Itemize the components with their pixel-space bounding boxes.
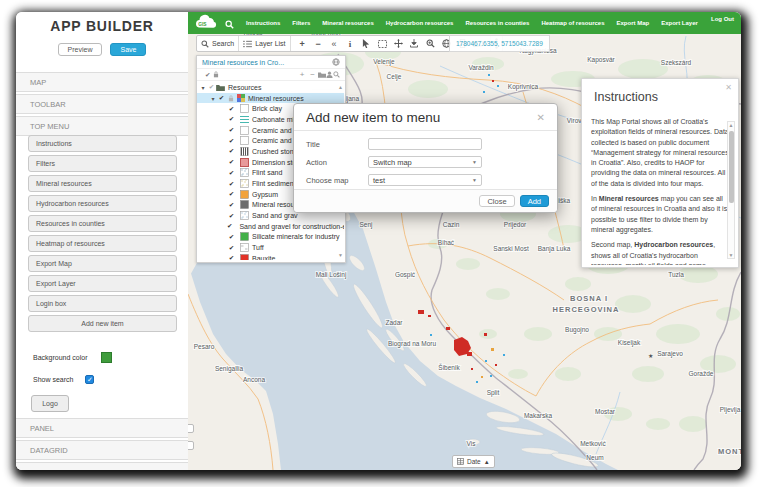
logo-button[interactable]: Logo	[31, 395, 69, 412]
action-select[interactable]: Switch map▼	[368, 156, 482, 168]
layer-visibility-checkbox[interactable]: ✔	[227, 105, 236, 113]
layer-row[interactable]: ✔Tuff	[197, 242, 344, 253]
remove-layer-icon[interactable]: −	[310, 70, 315, 79]
layer-row[interactable]: ✔Bauxite	[197, 253, 344, 260]
layer-visibility-checkbox[interactable]: ✔	[227, 212, 236, 220]
select-area-button[interactable]	[375, 36, 390, 51]
menu-item[interactable]: Heatmap of resources	[28, 235, 177, 252]
layer-group-resources[interactable]: ▾✔Resources	[197, 82, 344, 93]
zoom-in-button[interactable]: +	[295, 36, 310, 51]
save-button[interactable]: Save	[110, 43, 146, 56]
lock-icon[interactable]	[213, 71, 219, 78]
add-marker-button[interactable]	[407, 36, 422, 51]
check-all-icon[interactable]: ✔	[205, 71, 210, 79]
search-layers-icon[interactable]	[333, 71, 340, 78]
accordion-section-hidden[interactable]	[16, 462, 188, 470]
pan-button[interactable]	[391, 36, 406, 51]
zoom-out-button[interactable]: −	[311, 36, 326, 51]
accordion-section-top-menu[interactable]: TOP MENU	[16, 116, 188, 136]
info-button[interactable]: i	[343, 36, 358, 51]
close-button[interactable]: Close	[479, 195, 514, 207]
scroll-up-icon[interactable]: ▲	[729, 122, 734, 128]
select-button[interactable]	[359, 36, 374, 51]
scroll-down-icon[interactable]: ▼	[729, 252, 734, 258]
layer-visibility-checkbox[interactable]: ✔	[227, 169, 236, 177]
nav-item[interactable]: Filters	[286, 20, 316, 26]
layer-row-selected[interactable]: ▾✔Mineral resources	[197, 93, 344, 104]
nav-item[interactable]: Hydrocarbon resources	[380, 20, 460, 26]
title-input[interactable]	[368, 138, 482, 150]
layer-visibility-checkbox[interactable]: ✔	[217, 94, 226, 102]
menu-item[interactable]: Instructions	[28, 135, 177, 152]
choose-map-select[interactable]: test▼	[368, 174, 482, 186]
layer-visibility-checkbox[interactable]: ✔	[227, 180, 236, 188]
previous-extent-button[interactable]: «	[327, 36, 342, 51]
layer-row[interactable]: ✔Silicate minerals for industry	[197, 232, 344, 243]
map-label: Metković	[580, 440, 606, 447]
accordion-section-datagrid[interactable]: DATAGRID	[16, 440, 188, 460]
nav-item[interactable]: Resources in counties	[459, 20, 535, 26]
menu-item[interactable]: Resources in counties	[28, 215, 177, 232]
layer-visibility-checkbox[interactable]: ✔	[227, 222, 232, 230]
layer-visibility-checkbox[interactable]: ✔	[227, 147, 236, 155]
menu-item[interactable]: Login box	[28, 295, 177, 312]
layer-visibility-checkbox[interactable]: ✔	[227, 190, 236, 198]
datagrid-toggle[interactable]: Date ▲	[452, 455, 495, 468]
toolbar-layer-list-button[interactable]: Layer List	[239, 36, 290, 51]
nav-item[interactable]: Export Layer	[655, 20, 704, 26]
nav-item[interactable]: Export Map	[610, 20, 655, 26]
layer-visibility-checkbox[interactable]: ✔	[207, 83, 216, 91]
caret-down-icon[interactable]: ▾	[199, 84, 207, 91]
caret-down-icon[interactable]: ▾	[209, 95, 217, 102]
layer-panel-title[interactable]: Mineral resources in Cro...	[202, 59, 284, 66]
layer-visibility-checkbox[interactable]: ✔	[227, 201, 236, 209]
layer-visibility-checkbox[interactable]: ✔	[227, 244, 236, 252]
layer-visibility-checkbox[interactable]: ✔	[227, 233, 236, 241]
folder-icon[interactable]	[318, 71, 326, 78]
coordinates-readout: 1780467.6355, 5715043.7289	[449, 35, 550, 52]
toolbar-search-button[interactable]: Search	[197, 36, 239, 51]
add-new-item-button[interactable]: Add new item	[28, 315, 177, 332]
map-control-button[interactable]	[188, 441, 194, 450]
layer-visibility-checkbox[interactable]: ✔	[227, 115, 236, 123]
nav-item[interactable]: Mineral resources	[316, 20, 379, 26]
menu-item[interactable]: Hydrocarbon resources	[28, 195, 177, 212]
layer-visibility-checkbox[interactable]: ✔	[227, 254, 236, 260]
menu-item[interactable]: Export Layer	[28, 275, 177, 292]
instructions-close-icon[interactable]: ✕	[725, 83, 732, 92]
map-control-button[interactable]	[188, 424, 194, 433]
scrollbar-thumb[interactable]	[729, 131, 734, 203]
layer-style-icon	[237, 94, 245, 102]
scroll-down-icon[interactable]: ▼	[338, 252, 343, 258]
accordion-section-map[interactable]: MAP	[16, 72, 188, 92]
zoom-area-button[interactable]	[423, 36, 438, 51]
map-label: Bugojno	[565, 326, 589, 334]
map-canvas[interactable]: VillachKlagenfurtNagykanizsaKaposvárSzek…	[188, 34, 741, 470]
nav-item[interactable]: Heatmap of resources	[535, 20, 610, 26]
add-button[interactable]: Add	[520, 195, 549, 207]
layer-swatch-icon	[240, 211, 249, 220]
menu-item[interactable]: Mineral resources	[28, 175, 177, 192]
giscloud-logo-icon[interactable]: GIS	[194, 12, 218, 34]
globe-icon[interactable]	[332, 58, 340, 66]
instructions-scrollbar[interactable]	[727, 121, 735, 259]
map-label: Szekszárd	[661, 59, 692, 66]
layer-visibility-checkbox[interactable]: ✔	[227, 126, 236, 134]
menu-item[interactable]: Filters	[28, 155, 177, 172]
nav-search-icon[interactable]	[218, 13, 240, 33]
layer-visibility-checkbox[interactable]: ✔	[227, 137, 236, 145]
modal-close-icon[interactable]: ✕	[537, 112, 545, 123]
accordion-section-toolbar[interactable]: TOOLBAR	[16, 94, 188, 114]
layer-visibility-checkbox[interactable]: ✔	[227, 158, 236, 166]
preview-button[interactable]: Preview	[58, 43, 103, 56]
add-layer-icon[interactable]: +	[300, 70, 305, 79]
menu-item[interactable]: Export Map	[28, 255, 177, 272]
background-color-swatch[interactable]	[101, 352, 112, 363]
user-icon[interactable]	[326, 71, 333, 78]
layer-row[interactable]: ✔Sand and gravel for construction-e	[197, 221, 344, 232]
logout-button[interactable]: Log Out	[704, 16, 741, 22]
show-search-checkbox[interactable]: ✓	[85, 375, 94, 384]
scroll-up-icon[interactable]: ▲	[338, 84, 343, 90]
accordion-section-panel[interactable]: PANEL	[16, 418, 188, 438]
nav-item[interactable]: Instructions	[240, 20, 286, 26]
